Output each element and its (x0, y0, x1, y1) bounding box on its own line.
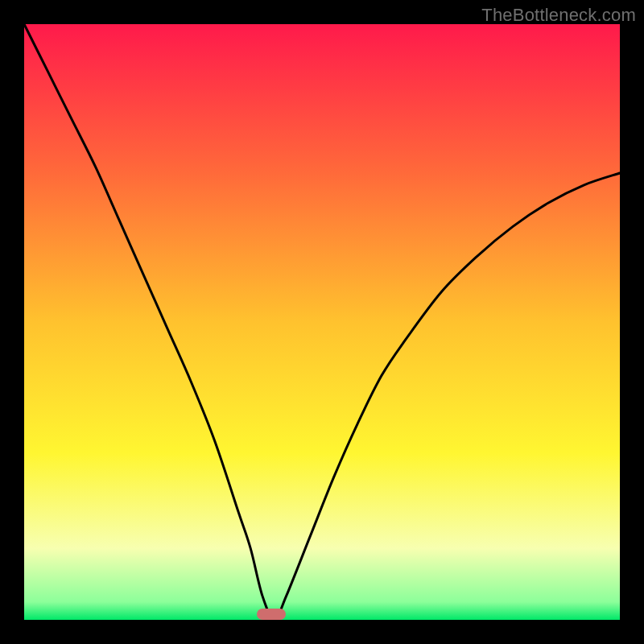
chart-frame (24, 24, 620, 620)
bottleneck-marker (257, 609, 286, 620)
chart-curve (24, 24, 620, 620)
watermark-text: TheBottleneck.com (481, 5, 636, 26)
